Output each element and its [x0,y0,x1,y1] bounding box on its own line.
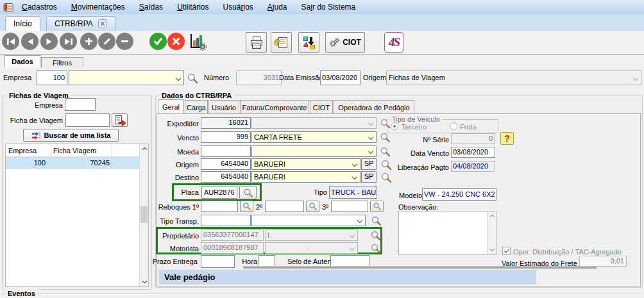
ciot-button[interactable]: CIOT [325,32,365,53]
expedidor-combo[interactable] [251,117,377,129]
hora-label: Hora [238,256,257,267]
origem-search-icon[interactable] [380,159,392,170]
fichas-empresa-input[interactable] [65,98,96,111]
nav-prev-icon [26,38,34,46]
section-splitter[interactable] [243,266,597,269]
data-emissao-input[interactable]: 03/08/2020 [320,70,360,85]
print-button[interactable] [246,32,267,53]
observacao-scrollbar[interactable] [487,211,496,254]
liberacao-pagto-field: 04/08/2020 [451,161,495,172]
confirm-button[interactable] [149,33,167,50]
reboque1-search-button[interactable] [240,201,253,212]
proprietario-search-icon[interactable] [370,230,382,242]
menu-item-movimentacoes[interactable]: Movimentações [64,3,132,12]
close-icon[interactable] [98,19,107,28]
menu-item-cadastros[interactable]: Cadastros [15,3,64,12]
menu-item-ajuda[interactable]: Ajuda [260,3,294,12]
oper-distribuicao-checkbox[interactable] [502,247,511,255]
proprietario-combo[interactable]: I [265,229,358,241]
empresa-code-input[interactable]: 100 [37,70,67,85]
tipo-transp-code-input[interactable] [201,215,251,226]
frota-radio[interactable] [450,122,457,130]
menu-item-usuarios[interactable]: Usuários [216,3,260,12]
tab-operadora-pedagio[interactable]: Operadora de Pedágio [334,100,414,114]
tipo-transp-combo[interactable] [251,215,366,226]
expedidor-code-field[interactable]: 16021 [201,117,251,129]
observacao-textarea[interactable] [398,211,496,255]
empresa-search-icon[interactable] [187,72,198,84]
serie-help-button[interactable]: ? [500,132,514,145]
tab-filtros[interactable]: Filtros [41,57,83,67]
tab-fatura-comprovante[interactable]: Fatura/Comprovante [240,100,309,114]
ctrb-group-title: Dados do CTRB/RPA [159,91,234,100]
destino-code-input[interactable]: 6454040 [201,171,251,183]
prazo-entrega-input[interactable] [201,255,235,268]
delete-button[interactable] [116,33,133,50]
vencto-combo[interactable]: CARTA FRETE [251,131,377,143]
moeda-code-input[interactable] [201,145,251,157]
table-row[interactable]: 100 70245 [6,157,139,169]
reboque2-search-button[interactable] [306,201,319,212]
origem-code-input[interactable]: 6454040 [201,158,251,170]
reboque3-input[interactable] [331,201,368,212]
placa-search-button[interactable] [239,186,257,199]
tipo-label: Tipo [301,187,327,197]
menu-item-utilitarios[interactable]: Utilitários [170,3,216,12]
origem-header-label: Origem [363,72,386,83]
scroll-up-icon[interactable] [489,213,495,219]
origem-header-select[interactable]: Fichas de Viagem [386,70,641,85]
nav-prev-button[interactable] [21,33,38,50]
export-button[interactable] [298,32,319,53]
tab-inicio[interactable]: Início [5,16,40,31]
motorista-search-icon[interactable] [370,243,382,254]
list-scrollbar[interactable] [139,144,148,286]
nav-last-button[interactable] [60,33,77,50]
moeda-search-icon[interactable] [380,146,391,158]
tab-dados-label: Dados [12,58,33,65]
scroll-thumb[interactable] [140,206,148,223]
tab-inicio-label: Início [13,19,32,28]
scroll-down-icon[interactable] [489,247,495,253]
data-vencto-input[interactable]: 03/08/2020 [451,147,495,158]
origem-combo[interactable]: BARUERI [251,158,360,170]
tab-ctrb-rpa[interactable]: CTRB/RPA [46,16,115,31]
tab-carga[interactable]: Carga [185,100,208,114]
chevron-down-icon [357,218,362,223]
placa-input[interactable]: AUR2876 [201,186,237,199]
tab-ciot[interactable]: CIOT [310,100,333,114]
reboque1-input[interactable] [201,201,238,212]
brand-logo-button[interactable]: 4S [384,32,403,53]
arrows-icon [31,131,41,140]
x-icon [172,37,180,46]
chevron-down-icon [352,161,357,167]
destino-combo[interactable]: BARUERI [251,171,360,183]
tipo-transp-search-icon[interactable] [371,215,382,227]
moeda-combo[interactable] [251,145,377,157]
nav-next-button[interactable] [40,33,58,50]
ficha-de-viagem-input[interactable] [65,113,110,127]
terceiro-radio[interactable] [391,122,398,130]
vale-pedagio-header[interactable]: Vale pedágio [159,270,536,285]
menu-item-sair[interactable]: Sair do Sistema [294,3,363,12]
buscar-lista-button[interactable]: Buscar de uma lista [23,129,119,142]
cancel-button[interactable] [167,33,185,50]
edit-button[interactable] [98,33,115,50]
scroll-down-icon[interactable] [141,279,148,285]
ficha-open-button[interactable] [112,113,128,127]
tab-dados[interactable]: Dados [4,55,40,67]
destino-search-icon[interactable] [380,172,392,183]
reboque3-search-button[interactable] [370,201,384,212]
vencto-code-input[interactable]: 999 [201,131,251,143]
motorista-combo[interactable]: - [265,242,358,254]
add-button[interactable] [80,33,97,50]
nav-first-button[interactable] [2,33,19,50]
tab-usuario[interactable]: Usuário [208,100,239,114]
vencto-search-icon[interactable] [380,132,391,144]
chart-button[interactable] [188,32,207,53]
scroll-up-icon[interactable] [141,145,148,152]
tab-geral[interactable]: Geral [158,99,184,114]
menu-item-saidas[interactable]: Saídas [132,3,170,12]
empresa-name-combo[interactable] [69,70,184,85]
report-button[interactable] [271,32,292,53]
reboque2-input[interactable] [265,201,304,212]
